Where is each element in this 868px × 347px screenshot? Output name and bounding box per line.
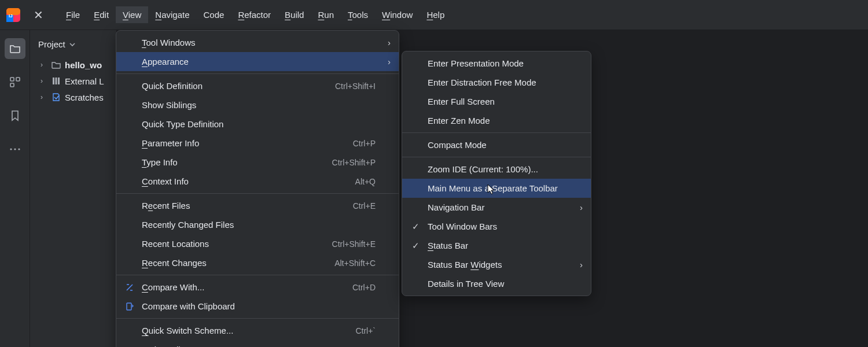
menu-item[interactable]: Recent FilesCtrl+E	[116, 196, 399, 215]
menu-item[interactable]: Main Menu as a Separate Toolbar	[402, 179, 591, 198]
menu-item-label: Recent Locations	[142, 239, 325, 249]
menu-item[interactable]: Quick Switch Scheme...Ctrl+`	[116, 321, 399, 340]
titlebar: IJ ✕ FileEditViewNavigateCodeRefactorBui…	[0, 0, 868, 30]
appearance-submenu: Enter Presentation ModeEnter Distraction…	[402, 51, 591, 296]
menu-item-label: Enter Full Screen	[428, 97, 568, 106]
menu-item[interactable]: Tool Windows›	[116, 33, 399, 52]
menu-item[interactable]: Quick Type Definition	[116, 115, 399, 134]
scratch-icon	[51, 92, 61, 102]
menu-item-label: Parameter Info	[142, 138, 346, 148]
menu-item-label: Details in Tree View	[428, 279, 568, 289]
svg-point-9	[18, 148, 20, 150]
menu-item[interactable]: Appearance›	[116, 52, 399, 71]
svg-point-7	[10, 148, 12, 150]
tree-item[interactable]: ›External L	[30, 73, 116, 90]
shortcut-label: Alt+Q	[355, 177, 376, 186]
menu-item[interactable]: Enter Presentation Mode	[402, 54, 591, 73]
menu-item[interactable]: Enter Full Screen	[402, 92, 591, 111]
structure-tool-icon[interactable]	[5, 72, 25, 93]
menu-item-label: Quick Switch Scheme...	[142, 326, 348, 335]
shortcut-label: Ctrl+P	[353, 139, 376, 148]
bookmarks-tool-icon[interactable]	[5, 105, 25, 126]
tree-item-label: External L	[65, 76, 104, 86]
menu-item[interactable]: Quick DefinitionCtrl+Shift+I	[116, 76, 399, 95]
menu-item[interactable]: Compare With...Ctrl+D	[116, 278, 399, 297]
menu-item-label: Navigation Bar	[428, 202, 568, 212]
menu-item[interactable]: Zoom IDE (Current: 100%)...	[402, 160, 591, 179]
project-tool-icon[interactable]	[5, 38, 25, 59]
svg-rect-13	[127, 303, 131, 310]
menu-item[interactable]: Compare with Clipboard	[116, 297, 399, 316]
menu-item-label: Quick Definition	[142, 81, 328, 91]
menu-file[interactable]: File	[59, 6, 87, 23]
menu-refactor[interactable]: Refactor	[231, 6, 278, 23]
menu-item-label: Tool Windows	[142, 38, 376, 47]
chevron-right-icon: ›	[382, 57, 391, 67]
shortcut-label: Ctrl+`	[355, 326, 376, 335]
menu-item-label: Status Bar	[428, 241, 568, 250]
folder-icon	[51, 60, 61, 70]
shortcut-label: Ctrl+Shift+P	[332, 158, 376, 167]
menu-item[interactable]: Recently Changed Files	[116, 215, 399, 234]
menu-view[interactable]: View	[116, 6, 148, 23]
menu-item-label: Status Bar Widgets	[428, 260, 568, 270]
menu-item[interactable]: ✓Tool Window Bars	[402, 217, 591, 236]
menu-item-label: Zoom IDE (Current: 100%)...	[428, 164, 568, 174]
shortcut-label: Ctrl+E	[353, 201, 376, 211]
chevron-right-icon: ›	[575, 260, 583, 270]
menu-build[interactable]: Build	[278, 6, 311, 23]
clipdiff-icon	[124, 302, 135, 311]
menu-item-label: Type Info	[142, 157, 325, 167]
check-icon: ✓	[410, 222, 421, 232]
menu-tools[interactable]: Tools	[341, 6, 375, 23]
menu-item-label: Recent Changes	[142, 258, 328, 268]
menu-item-label: Appearance	[142, 57, 376, 67]
svg-rect-10	[53, 77, 54, 84]
menu-item-label: Enter Zen Mode	[428, 116, 568, 125]
project-panel-title: Project	[38, 39, 65, 49]
menu-item[interactable]: Parameter InfoCtrl+P	[116, 134, 399, 153]
menu-item[interactable]: Recent LocationsCtrl+Shift+E	[116, 234, 399, 253]
project-panel-header[interactable]: Project	[30, 37, 116, 57]
menu-item[interactable]: Status Bar Widgets›	[402, 255, 591, 274]
menu-item[interactable]: Navigation Bar›	[402, 198, 591, 217]
check-icon: ✓	[410, 241, 421, 251]
menu-code[interactable]: Code	[197, 6, 231, 23]
menu-navigate[interactable]: Navigate	[148, 6, 196, 23]
svg-rect-11	[56, 77, 57, 84]
chevron-right-icon: ›	[41, 93, 47, 101]
project-panel: Project ›hello_wo›External L›Scratches	[30, 30, 117, 347]
shortcut-label: Ctrl+Shift+I	[335, 82, 376, 91]
menu-item-label: Tool Window Bars	[428, 222, 568, 231]
menu-item[interactable]: Enter Distraction Free Mode	[402, 73, 591, 92]
menu-item[interactable]: Recent ChangesAlt+Shift+C	[116, 253, 399, 272]
close-icon[interactable]: ✕	[34, 8, 45, 22]
tree-item-label: hello_wo	[65, 60, 102, 70]
menu-item[interactable]: Details in Tree View	[402, 274, 591, 293]
menu-item-label: Main Menu as a Separate Toolbar	[428, 183, 568, 193]
menu-item-label: Recently Changed Files	[142, 220, 376, 230]
svg-text:IJ: IJ	[9, 13, 13, 19]
menu-item[interactable]: Show Siblings	[116, 95, 399, 115]
menu-item-label: Compact Mode	[428, 140, 568, 150]
tree-item[interactable]: ›hello_wo	[30, 57, 116, 73]
tree-item[interactable]: ›Scratches	[30, 90, 116, 106]
menu-window[interactable]: Window	[375, 6, 420, 23]
menu-item[interactable]: ✓Status Bar	[402, 236, 591, 255]
menu-help[interactable]: Help	[420, 6, 451, 23]
menu-edit[interactable]: Edit	[87, 6, 116, 23]
chevron-right-icon: ›	[382, 345, 391, 347]
menu-item[interactable]: Active Editor›	[116, 340, 399, 347]
svg-rect-6	[10, 83, 14, 87]
menu-item[interactable]: Compact Mode	[402, 135, 591, 154]
chevron-right-icon: ›	[382, 38, 391, 47]
menu-item[interactable]: Context InfoAlt+Q	[116, 172, 399, 191]
menu-run[interactable]: Run	[311, 6, 341, 23]
svg-rect-5	[16, 77, 20, 81]
menu-item[interactable]: Enter Zen Mode	[402, 111, 591, 130]
menu-item[interactable]: Type InfoCtrl+Shift+P	[116, 153, 399, 172]
shortcut-label: Alt+Shift+C	[334, 259, 376, 268]
main-menu: FileEditViewNavigateCodeRefactorBuildRun…	[59, 6, 451, 23]
more-tool-icon[interactable]	[5, 139, 25, 160]
menu-item-label: Compare with Clipboard	[142, 301, 376, 311]
